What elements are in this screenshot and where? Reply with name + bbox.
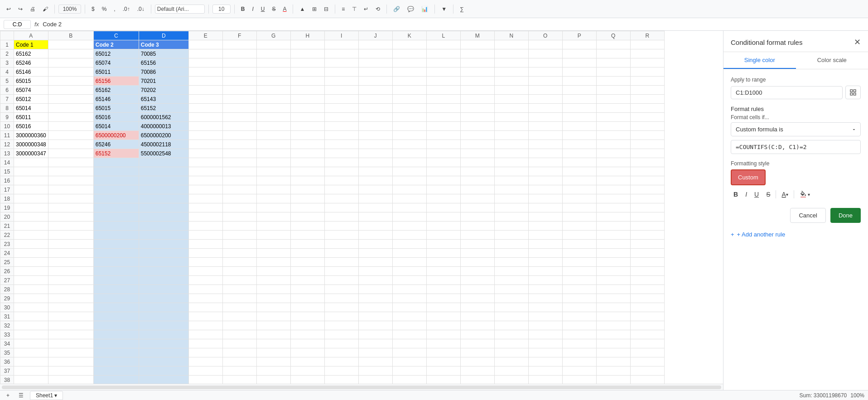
cell-a[interactable]: 65016 (14, 122, 48, 131)
cell-empty[interactable] (222, 321, 256, 330)
cell-empty[interactable] (222, 357, 256, 366)
cell-empty[interactable] (222, 258, 256, 267)
cell-empty[interactable] (256, 231, 290, 240)
cell-empty[interactable] (426, 176, 460, 185)
cell-d[interactable] (139, 276, 188, 285)
cell-empty[interactable] (460, 113, 494, 122)
cell-empty[interactable] (256, 330, 290, 339)
currency-button[interactable]: $ (89, 4, 97, 14)
cell-empty[interactable] (392, 194, 426, 203)
cell-empty[interactable] (426, 58, 460, 67)
cell-empty[interactable] (256, 95, 290, 104)
cell-empty[interactable] (392, 77, 426, 86)
cell-b[interactable] (48, 240, 93, 249)
cell-empty[interactable] (528, 212, 562, 222)
cell-empty[interactable] (460, 185, 494, 194)
cell-c[interactable] (93, 276, 139, 285)
cell-empty[interactable] (188, 339, 222, 348)
cell-empty[interactable] (460, 140, 494, 149)
cell-empty[interactable] (324, 240, 358, 249)
row-header[interactable]: 26 (0, 267, 14, 276)
col-header-q[interactable]: Q (596, 31, 630, 40)
cell-empty[interactable] (256, 312, 290, 321)
cell-empty[interactable] (222, 131, 256, 140)
cell-b[interactable] (48, 131, 93, 140)
cell-c[interactable] (93, 222, 139, 231)
cell-empty[interactable] (426, 40, 460, 49)
cell-empty[interactable] (630, 222, 664, 231)
cell-empty[interactable] (222, 366, 256, 376)
cell-empty[interactable] (630, 95, 664, 104)
cell-empty[interactable] (528, 77, 562, 86)
cell-empty[interactable] (562, 285, 596, 294)
cell-a[interactable]: 65011 (14, 113, 48, 122)
cell-empty[interactable] (324, 357, 358, 366)
cell-empty[interactable] (188, 122, 222, 131)
cell-empty[interactable] (324, 167, 358, 176)
cell-empty[interactable] (562, 294, 596, 303)
cell-b[interactable] (48, 158, 93, 167)
cell-empty[interactable] (528, 240, 562, 249)
cell-empty[interactable] (324, 40, 358, 49)
cell-empty[interactable] (630, 303, 664, 312)
cell-empty[interactable] (426, 267, 460, 276)
cell-empty[interactable] (562, 58, 596, 67)
cell-empty[interactable] (494, 149, 528, 158)
cell-b[interactable] (48, 185, 93, 194)
cell-empty[interactable] (358, 231, 392, 240)
cell-c[interactable]: 65015 (93, 104, 139, 113)
sheets-menu-button[interactable]: ☰ (16, 390, 26, 400)
cell-b[interactable] (48, 167, 93, 176)
fmt-fill-color-button[interactable]: ▾ (797, 189, 813, 200)
cell-empty[interactable] (630, 140, 664, 149)
cell-empty[interactable] (222, 203, 256, 212)
cell-empty[interactable] (358, 40, 392, 49)
cell-empty[interactable] (392, 140, 426, 149)
cell-empty[interactable] (494, 376, 528, 384)
cell-empty[interactable] (630, 194, 664, 203)
cell-c[interactable]: 6500000200 (93, 131, 139, 140)
add-sheet-button[interactable]: + (4, 390, 12, 400)
cell-empty[interactable] (562, 185, 596, 194)
cell-b[interactable] (48, 376, 93, 384)
align-h-button[interactable]: ≡ (339, 4, 347, 14)
cell-c[interactable]: 65162 (93, 86, 139, 95)
cell-c[interactable]: 65014 (93, 122, 139, 131)
cell-b[interactable] (48, 67, 93, 77)
fmt-strikethrough-button[interactable]: S (763, 189, 773, 200)
row-header[interactable]: 17 (0, 185, 14, 194)
cell-empty[interactable] (188, 249, 222, 258)
cell-empty[interactable] (222, 303, 256, 312)
cell-empty[interactable] (562, 303, 596, 312)
col-header-l[interactable]: L (426, 31, 460, 40)
cell-empty[interactable] (528, 231, 562, 240)
cell-empty[interactable] (596, 348, 630, 357)
cell-b[interactable] (48, 231, 93, 240)
cell-empty[interactable] (426, 122, 460, 131)
cell-empty[interactable] (460, 294, 494, 303)
cell-empty[interactable] (392, 122, 426, 131)
cell-empty[interactable] (494, 86, 528, 95)
cell-b[interactable] (48, 95, 93, 104)
function-button[interactable]: ∑ (457, 4, 467, 14)
cell-empty[interactable] (188, 40, 222, 49)
cell-d[interactable]: 6000001562 (139, 113, 188, 122)
link-button[interactable]: 🔗 (391, 4, 403, 14)
cell-empty[interactable] (494, 67, 528, 77)
cell-empty[interactable] (630, 113, 664, 122)
cell-c[interactable] (93, 339, 139, 348)
cell-d[interactable] (139, 240, 188, 249)
cell-empty[interactable] (562, 376, 596, 384)
cell-b[interactable] (48, 104, 93, 113)
cell-empty[interactable] (188, 176, 222, 185)
scrollbar-thumb[interactable] (2, 386, 721, 389)
cell-empty[interactable] (358, 303, 392, 312)
cell-empty[interactable] (392, 158, 426, 167)
cell-empty[interactable] (426, 285, 460, 294)
cell-empty[interactable] (256, 113, 290, 122)
cell-empty[interactable] (256, 185, 290, 194)
zoom-display[interactable]: 100% (58, 5, 81, 14)
row-header[interactable]: 16 (0, 176, 14, 185)
row-header[interactable]: 15 (0, 167, 14, 176)
cell-empty[interactable] (358, 285, 392, 294)
